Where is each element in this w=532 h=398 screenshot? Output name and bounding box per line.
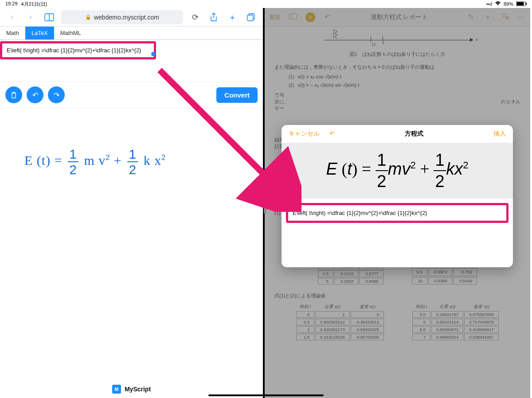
redo-button[interactable]: ↷	[48, 86, 65, 103]
safari-toolbar: ‹ › 🔒 webdemo.myscript.com ⟳ ＋	[0, 8, 263, 27]
lock-icon: 🔒	[85, 14, 91, 20]
modal-toolbar: キャンセル ↶ 方程式 挿入	[282, 125, 513, 143]
myscript-logo-icon: M	[112, 385, 121, 394]
undo-button[interactable]: ↶	[27, 86, 43, 103]
output-format-tabs: Math LaTeX MathML	[0, 27, 263, 40]
latex-output-text: E\left( t\right) =\dfrac {1}{2}mv^{2}+\d…	[7, 47, 141, 54]
bookmarks-button[interactable]	[41, 9, 58, 25]
battery-icon	[516, 1, 527, 7]
pages-app: 書類 ≡ ↶ 運動方程式 レポート ✎ ＋ ⋯ x O x	[265, 8, 530, 398]
url-text: webdemo.myscript.com	[94, 14, 159, 21]
cancel-button[interactable]: キャンセル	[289, 130, 320, 138]
home-indicator[interactable]	[208, 394, 324, 396]
latex-output-highlight: E\left( t\right) =\dfrac {1}{2}mv^{2}+\d…	[0, 41, 156, 59]
latex-input-text: E\left( t\right) =\dfrac {1}{2}mv^{2}+\d…	[293, 210, 427, 216]
new-tab-button[interactable]: ＋	[224, 9, 241, 25]
url-bar[interactable]: 🔒 webdemo.myscript.com	[61, 10, 183, 24]
convert-button[interactable]: Convert	[216, 87, 258, 103]
modal-title: 方程式	[405, 130, 423, 138]
battery-percent: 89%	[504, 1, 513, 7]
myscript-label: MyScript	[125, 386, 151, 393]
status-time: 19:29	[5, 1, 18, 8]
action-bar: ↶ ↷ Convert	[0, 82, 263, 108]
signal-icon: ••ıl	[486, 1, 492, 7]
tab-mathml[interactable]: MathML	[54, 27, 87, 39]
modal-undo-icon[interactable]: ↶	[329, 130, 335, 138]
latex-output[interactable]: E\left( t\right) =\dfrac {1}{2}mv^{2}+\d…	[2, 43, 154, 57]
status-bar: 19:29 4月21日(日) ••ıl 89%	[0, 0, 532, 8]
latex-input[interactable]: E\left( t\right) =\dfrac {1}{2}mv^{2}+\d…	[286, 203, 509, 223]
svg-rect-2	[526, 3, 527, 5]
svg-rect-1	[517, 2, 524, 5]
wifi-icon	[495, 1, 501, 7]
share-button[interactable]	[205, 9, 222, 25]
equation-preview: E (t) = 12mv2 + 12kx2	[282, 143, 513, 199]
tab-latex[interactable]: LaTeX	[25, 27, 54, 39]
status-date: 4月21日(日)	[21, 1, 47, 8]
tabs-button[interactable]	[243, 9, 259, 25]
handwritten-equation: E (t) = 12 m v2 + 12 k x2	[24, 148, 166, 176]
tab-math[interactable]: Math	[0, 27, 25, 39]
reload-button[interactable]: ⟳	[187, 9, 203, 25]
selection-handle-icon[interactable]	[151, 52, 156, 56]
delete-button[interactable]	[5, 86, 22, 103]
safari-app: ‹ › 🔒 webdemo.myscript.com ⟳ ＋ Math LaTe…	[0, 8, 265, 398]
split-handle-icon[interactable]	[264, 194, 266, 214]
handwriting-canvas[interactable]: E (t) = 12 m v2 + 12 k x2	[0, 108, 263, 380]
insert-button[interactable]: 挿入	[493, 130, 506, 138]
svg-rect-6	[247, 15, 253, 21]
back-button[interactable]: ‹	[4, 9, 20, 25]
equation-modal: キャンセル ↶ 方程式 挿入 E (t) = 12mv2 + 12kx2 E\l…	[282, 125, 513, 267]
forward-button[interactable]: ›	[22, 9, 39, 25]
